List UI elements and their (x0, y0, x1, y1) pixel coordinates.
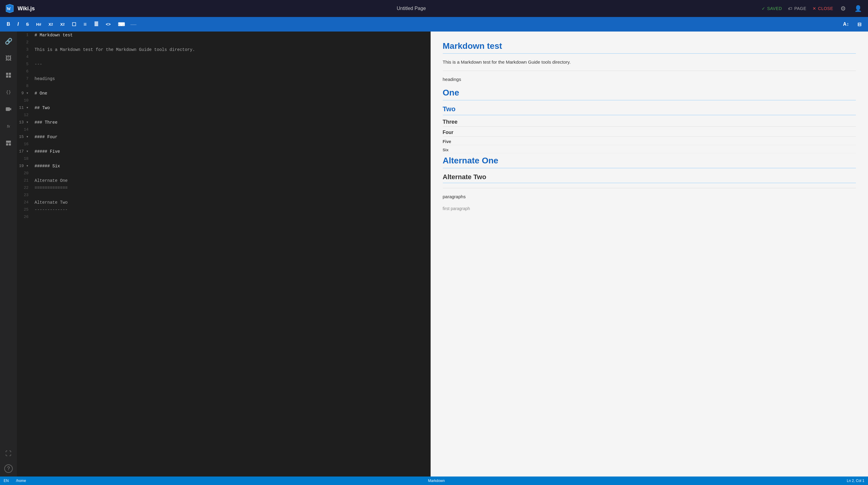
fullscreen-icon[interactable]: ⛶ (2, 447, 14, 459)
editor-line: 5 --- (17, 61, 430, 68)
preview-h6-six: Six (443, 148, 856, 153)
svg-rect-6 (6, 107, 10, 111)
editor-line: 9 ▾ # One (17, 90, 430, 97)
preview-h3-three: Three (443, 119, 856, 127)
preview-headings-label: headings (443, 76, 856, 83)
svg-rect-10 (9, 143, 11, 146)
grid-icon[interactable] (2, 69, 14, 81)
saved-button[interactable]: ✓ SAVED (762, 6, 782, 11)
topbar-actions: ✓ SAVED 🏷 PAGE ✕ CLOSE ⚙ 👤 (757, 4, 863, 13)
editor-line: 15 ▾ #### Four (17, 133, 430, 141)
editor-line: 19 ▾ ###### Six (17, 162, 430, 170)
statusbar-language[interactable]: EN (4, 479, 9, 483)
x-icon: ✕ (812, 6, 816, 11)
editor-line: 3 This is a Markdown test for the Markdo… (17, 46, 430, 53)
svg-rect-4 (6, 75, 8, 78)
svg-rect-5 (9, 75, 11, 78)
link-icon[interactable]: 🔗 (2, 35, 14, 47)
editor-line: 14 (17, 126, 430, 133)
editor-line: 21 Alternate One (17, 177, 430, 184)
svg-marker-7 (10, 108, 11, 110)
editor-line: 8 (17, 83, 430, 90)
check-icon: ✓ (762, 6, 766, 11)
editor-toolbar: B I S H# X2 X2 ☐ ≡ ≣ <> ⌨ — A↕ ⊟ (0, 17, 868, 32)
editor-line: 10 (17, 97, 430, 104)
preview-h4-four: Four (443, 130, 856, 137)
statusbar: EN /home Markdown Ln 2, Col 1 (0, 477, 868, 485)
statusbar-position: Ln 2, Col 1 (847, 479, 864, 483)
editor-line: 2 (17, 39, 430, 46)
component-icon[interactable] (2, 137, 14, 149)
split-view-button[interactable]: ⊟ (855, 20, 864, 29)
editor-line: 6 (17, 68, 430, 75)
editor-line: 18 (17, 155, 430, 162)
logo-area: W Wiki.js (5, 4, 65, 13)
svg-rect-9 (6, 143, 8, 146)
italic-button[interactable]: I (14, 20, 22, 29)
user-button[interactable]: 👤 (853, 4, 863, 13)
editor-line: 13 ▾ ### Three (17, 119, 430, 126)
editor-line: 16 (17, 141, 430, 148)
statusbar-mode: Markdown (428, 479, 444, 483)
close-button[interactable]: ✕ CLOSE (812, 6, 833, 11)
close-label: CLOSE (818, 6, 833, 11)
subscript-button[interactable]: X2 (45, 20, 56, 29)
tag-icon: 🏷 (788, 6, 793, 11)
preview-h2-alt: Alternate Two (443, 173, 856, 183)
image-icon[interactable]: 🖼 (2, 52, 14, 64)
editor-line: 26 (17, 213, 430, 221)
editor-line: 20 (17, 170, 430, 177)
toolbar-right: A↕ ⊟ (840, 20, 864, 29)
editor-line: 11 ▾ ## Two (17, 104, 430, 112)
ordered-list-button[interactable]: ≣ (91, 19, 101, 29)
preview-h1-title: Markdown test (443, 41, 856, 54)
editor-line: 4 (17, 53, 430, 61)
editor-line: 22 ============= (17, 184, 430, 191)
preview-intro: This is a Markdown test for the Markdown… (443, 59, 856, 66)
editor-line: 7 headings (17, 75, 430, 83)
strikethrough-button[interactable]: S (23, 20, 32, 29)
video-icon[interactable] (2, 103, 14, 115)
table-button[interactable]: ⌨ (115, 20, 128, 29)
svg-rect-2 (6, 73, 8, 75)
saved-label: SAVED (767, 6, 782, 11)
toolbar-separator: — (130, 21, 136, 28)
svg-rect-3 (9, 73, 11, 75)
editor-line: 17 ▾ ##### Five (17, 148, 430, 155)
page-label: PAGE (794, 6, 806, 11)
heading-button[interactable]: H# (33, 20, 44, 29)
app-name: Wiki.js (18, 5, 35, 12)
help-icon[interactable]: ? (4, 464, 13, 473)
editor-pane[interactable]: 1 # Markdown test 2 3 This is a Markdown… (17, 32, 430, 477)
preview-h5-five: Five (443, 139, 856, 145)
statusbar-path: /home (16, 479, 26, 483)
code-button[interactable]: <> (103, 20, 114, 29)
editor-line: 1 # Markdown test (17, 32, 430, 39)
left-sidebar: 🔗 🖼 {} fx ⛶ ? (0, 32, 17, 477)
editor-line: 23 (17, 191, 430, 199)
editor-line: 12 (17, 112, 430, 119)
svg-rect-8 (6, 141, 11, 143)
page-title: Untitled Page (65, 6, 757, 11)
svg-text:W: W (7, 7, 11, 11)
editor-line: 24 Alternate Two (17, 199, 430, 206)
topbar: W Wiki.js Untitled Page ✓ SAVED 🏷 PAGE ✕… (0, 0, 868, 17)
preview-h1-one: One (443, 88, 856, 100)
bold-button[interactable]: B (4, 20, 13, 29)
unordered-list-button[interactable]: ≡ (80, 20, 90, 29)
wikijs-logo: W (5, 4, 14, 13)
page-button[interactable]: 🏷 PAGE (788, 6, 806, 11)
preview-h1-alt: Alternate One (443, 156, 856, 168)
editor-line: 25 ------------- (17, 206, 430, 213)
font-size-button[interactable]: A↕ (840, 20, 852, 29)
preview-h2-two: Two (443, 105, 856, 115)
main-content: 🔗 🖼 {} fx ⛶ ? 1 # Markdown test 2 3 This… (0, 32, 868, 477)
settings-button[interactable]: ⚙ (839, 4, 847, 13)
blockquote-button[interactable]: ☐ (69, 20, 79, 29)
function-icon[interactable]: fx (2, 120, 14, 132)
preview-pane: Markdown test This is a Markdown test fo… (430, 32, 868, 477)
superscript-button[interactable]: X2 (57, 20, 68, 29)
preview-paragraphs-label: paragraphs (443, 193, 856, 200)
preview-first-paragraph: first paragraph (443, 205, 856, 212)
code-block-icon[interactable]: {} (2, 86, 14, 98)
